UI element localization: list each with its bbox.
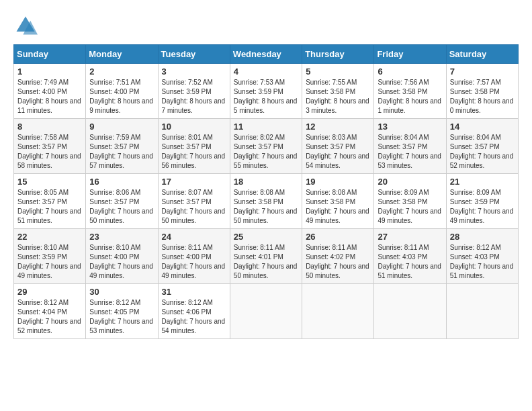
day-cell: 3 Sunrise: 7:52 AMSunset: 3:59 PMDayligh…: [158, 64, 230, 119]
day-info: Sunrise: 8:03 AMSunset: 3:57 PMDaylight:…: [306, 134, 369, 169]
day-number: 24: [162, 232, 226, 242]
day-number: 22: [17, 232, 82, 242]
week-row-1: 1 Sunrise: 7:49 AMSunset: 4:00 PMDayligh…: [14, 64, 519, 119]
day-number: 18: [234, 177, 298, 187]
day-number: 12: [306, 122, 370, 132]
day-cell: 28 Sunrise: 8:12 AMSunset: 4:03 PMDaylig…: [446, 229, 518, 284]
calendar-header-row: SundayMondayTuesdayWednesdayThursdayFrid…: [14, 45, 519, 64]
day-number: 11: [234, 122, 298, 132]
day-info: Sunrise: 8:09 AMSunset: 3:59 PMDaylight:…: [450, 189, 514, 224]
day-info: Sunrise: 8:12 AMSunset: 4:03 PMDaylight:…: [450, 244, 514, 279]
day-cell: 23 Sunrise: 8:10 AMSunset: 4:00 PMDaylig…: [86, 229, 158, 284]
day-number: 31: [162, 287, 226, 297]
day-number: 16: [89, 177, 154, 187]
day-number: 7: [450, 66, 515, 77]
day-info: Sunrise: 8:10 AMSunset: 4:00 PMDaylight:…: [89, 244, 153, 279]
day-cell: 14 Sunrise: 8:04 AMSunset: 3:57 PMDaylig…: [446, 119, 518, 174]
day-number: 26: [306, 232, 370, 242]
day-info: Sunrise: 8:11 AMSunset: 4:03 PMDaylight:…: [378, 244, 441, 279]
day-info: Sunrise: 8:08 AMSunset: 3:58 PMDaylight:…: [306, 189, 369, 224]
day-number: 23: [89, 232, 154, 242]
day-cell: 26 Sunrise: 8:11 AMSunset: 4:02 PMDaylig…: [302, 229, 374, 284]
header-saturday: Saturday: [446, 45, 518, 64]
day-cell: 31 Sunrise: 8:12 AMSunset: 4:06 PMDaylig…: [158, 284, 230, 339]
day-number: 8: [17, 122, 82, 132]
header-tuesday: Tuesday: [158, 45, 230, 64]
day-cell: 25 Sunrise: 8:11 AMSunset: 4:01 PMDaylig…: [230, 229, 302, 284]
day-info: Sunrise: 8:11 AMSunset: 4:01 PMDaylight:…: [234, 244, 298, 279]
day-cell: 17 Sunrise: 8:07 AMSunset: 3:57 PMDaylig…: [158, 174, 230, 229]
logo: [13, 13, 42, 38]
header-monday: Monday: [86, 45, 158, 64]
day-info: Sunrise: 7:52 AMSunset: 3:59 PMDaylight:…: [162, 79, 226, 114]
day-number: 14: [450, 122, 515, 132]
day-cell: [446, 284, 518, 339]
day-cell: [374, 284, 446, 339]
day-info: Sunrise: 8:12 AMSunset: 4:04 PMDaylight:…: [17, 299, 81, 334]
day-number: 19: [306, 177, 370, 187]
header-wednesday: Wednesday: [230, 45, 302, 64]
day-number: 4: [234, 66, 298, 77]
day-info: Sunrise: 8:10 AMSunset: 3:59 PMDaylight:…: [17, 244, 81, 279]
day-cell: 6 Sunrise: 7:56 AMSunset: 3:58 PMDayligh…: [374, 64, 446, 119]
day-info: Sunrise: 8:06 AMSunset: 3:57 PMDaylight:…: [89, 189, 153, 224]
header-sunday: Sunday: [14, 45, 86, 64]
day-cell: 24 Sunrise: 8:11 AMSunset: 4:00 PMDaylig…: [158, 229, 230, 284]
day-number: 21: [450, 177, 515, 187]
day-number: 1: [17, 66, 82, 77]
day-number: 2: [89, 66, 154, 77]
day-cell: 27 Sunrise: 8:11 AMSunset: 4:03 PMDaylig…: [374, 229, 446, 284]
day-info: Sunrise: 8:05 AMSunset: 3:57 PMDaylight:…: [17, 189, 81, 224]
day-cell: 7 Sunrise: 7:57 AMSunset: 3:58 PMDayligh…: [446, 64, 518, 119]
logo-icon: [13, 13, 38, 38]
day-number: 9: [89, 122, 154, 132]
day-number: 13: [378, 122, 442, 132]
day-number: 29: [17, 287, 82, 297]
day-cell: 10 Sunrise: 8:01 AMSunset: 3:57 PMDaylig…: [158, 119, 230, 174]
day-cell: 13 Sunrise: 8:04 AMSunset: 3:57 PMDaylig…: [374, 119, 446, 174]
day-info: Sunrise: 7:58 AMSunset: 3:57 PMDaylight:…: [17, 134, 81, 169]
day-info: Sunrise: 7:51 AMSunset: 4:00 PMDaylight:…: [89, 79, 153, 114]
day-cell: 29 Sunrise: 8:12 AMSunset: 4:04 PMDaylig…: [14, 284, 86, 339]
calendar-table: SundayMondayTuesdayWednesdayThursdayFrid…: [13, 44, 519, 339]
day-info: Sunrise: 8:04 AMSunset: 3:57 PMDaylight:…: [450, 134, 514, 169]
day-number: 6: [378, 66, 442, 77]
day-info: Sunrise: 8:09 AMSunset: 3:58 PMDaylight:…: [378, 189, 441, 224]
day-number: 5: [306, 66, 370, 77]
day-info: Sunrise: 8:04 AMSunset: 3:57 PMDaylight:…: [378, 134, 441, 169]
header-friday: Friday: [374, 45, 446, 64]
week-row-3: 15 Sunrise: 8:05 AMSunset: 3:57 PMDaylig…: [14, 174, 519, 229]
day-number: 10: [162, 122, 226, 132]
day-cell: 22 Sunrise: 8:10 AMSunset: 3:59 PMDaylig…: [14, 229, 86, 284]
day-cell: 5 Sunrise: 7:55 AMSunset: 3:58 PMDayligh…: [302, 64, 374, 119]
day-cell: 21 Sunrise: 8:09 AMSunset: 3:59 PMDaylig…: [446, 174, 518, 229]
day-info: Sunrise: 7:57 AMSunset: 3:58 PMDaylight:…: [450, 79, 514, 114]
day-cell: 2 Sunrise: 7:51 AMSunset: 4:00 PMDayligh…: [86, 64, 158, 119]
day-number: 17: [162, 177, 226, 187]
day-info: Sunrise: 8:01 AMSunset: 3:57 PMDaylight:…: [162, 134, 226, 169]
day-cell: 18 Sunrise: 8:08 AMSunset: 3:58 PMDaylig…: [230, 174, 302, 229]
day-number: 25: [234, 232, 298, 242]
day-cell: 15 Sunrise: 8:05 AMSunset: 3:57 PMDaylig…: [14, 174, 86, 229]
day-cell: [230, 284, 302, 339]
day-info: Sunrise: 7:49 AMSunset: 4:00 PMDaylight:…: [17, 79, 81, 114]
day-info: Sunrise: 8:07 AMSunset: 3:57 PMDaylight:…: [162, 189, 226, 224]
day-number: 28: [450, 232, 515, 242]
day-cell: 9 Sunrise: 7:59 AMSunset: 3:57 PMDayligh…: [86, 119, 158, 174]
week-row-4: 22 Sunrise: 8:10 AMSunset: 3:59 PMDaylig…: [14, 229, 519, 284]
day-info: Sunrise: 8:12 AMSunset: 4:06 PMDaylight:…: [162, 299, 226, 334]
day-info: Sunrise: 8:08 AMSunset: 3:58 PMDaylight:…: [234, 189, 298, 224]
day-cell: [302, 284, 374, 339]
day-info: Sunrise: 7:55 AMSunset: 3:58 PMDaylight:…: [306, 79, 369, 114]
header-thursday: Thursday: [302, 45, 374, 64]
day-number: 15: [17, 177, 82, 187]
day-cell: 1 Sunrise: 7:49 AMSunset: 4:00 PMDayligh…: [14, 64, 86, 119]
page-header: [13, 13, 519, 38]
day-number: 30: [89, 287, 154, 297]
day-info: Sunrise: 8:11 AMSunset: 4:02 PMDaylight:…: [306, 244, 369, 279]
week-row-2: 8 Sunrise: 7:58 AMSunset: 3:57 PMDayligh…: [14, 119, 519, 174]
day-number: 3: [162, 66, 226, 77]
day-cell: 19 Sunrise: 8:08 AMSunset: 3:58 PMDaylig…: [302, 174, 374, 229]
week-row-5: 29 Sunrise: 8:12 AMSunset: 4:04 PMDaylig…: [14, 284, 519, 339]
day-info: Sunrise: 8:02 AMSunset: 3:57 PMDaylight:…: [234, 134, 298, 169]
